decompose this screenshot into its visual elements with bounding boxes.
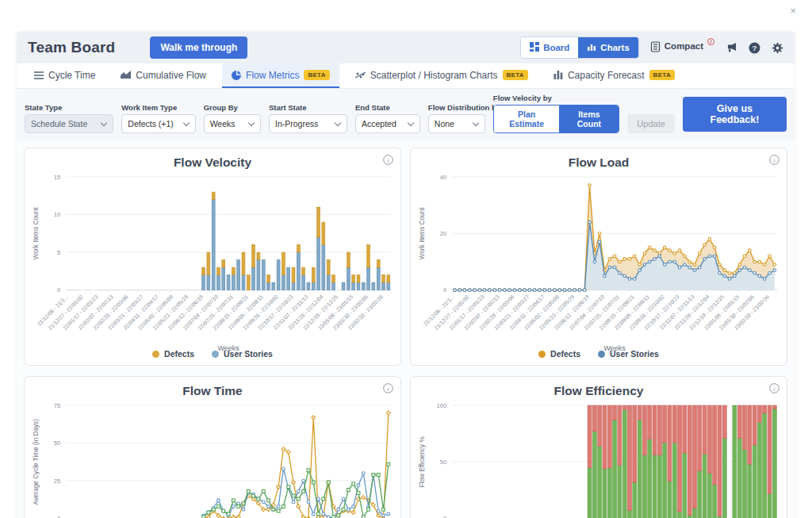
beta-badge: BETA	[649, 70, 675, 80]
legend-flow-load: Defects User Stories	[416, 349, 782, 362]
info-icon[interactable]: i	[383, 382, 393, 397]
charts-toggle-button[interactable]: Charts	[578, 37, 638, 58]
svg-text:Work Items Count: Work Items Count	[33, 207, 40, 259]
svg-text:Work Items Count: Work Items Count	[419, 207, 426, 259]
start-state-select[interactable]: In-Progress	[269, 114, 347, 133]
flow-efficiency-card: Flow Efficiency i 05010021/12/06 - 21/1.…	[410, 376, 787, 518]
chevron-down-icon	[248, 119, 255, 125]
group-by-select[interactable]: Weeks	[204, 114, 261, 133]
chevron-down-icon	[101, 119, 107, 125]
compact-info-icon: i	[707, 38, 714, 45]
flow-velocity-card: Flow Velocity i 05101521/12/06 - 21/1...…	[24, 148, 401, 366]
team-board-panel: Team Board Walk me through Board Charts	[17, 32, 795, 518]
tab-label: Capacity Forecast	[568, 70, 645, 81]
flow-time-card: Flow Time i 025507521/12/06 - 21/1...21/…	[24, 376, 401, 518]
state-type-label: State Type	[25, 103, 113, 112]
end-state-select[interactable]: Accepted	[355, 114, 420, 133]
walk-me-through-button[interactable]: Walk me through	[150, 36, 247, 59]
svg-text:0: 0	[57, 286, 60, 294]
work-item-type-value: Defects (+1)	[128, 119, 173, 129]
group-by-label: Group By	[204, 103, 261, 112]
tab-capacity-forecast[interactable]: Capacity Forecast BETA	[544, 63, 684, 88]
defects-legend-dot	[538, 351, 546, 358]
chart-title-flow-efficiency: Flow Efficiency	[416, 382, 782, 399]
board-toggle-label: Board	[543, 43, 569, 52]
help-icon[interactable]: ?	[749, 42, 760, 54]
flow-distribution-value: None	[435, 119, 454, 129]
legend-flow-velocity: Defects User Stories	[29, 349, 396, 362]
beta-badge: BETA	[503, 70, 528, 80]
header: Team Board Walk me through Board Charts	[17, 32, 795, 63]
tab-cycle-time[interactable]: Cycle Time	[25, 63, 105, 88]
tab-cumulative-flow[interactable]: Cumulative Flow	[111, 63, 216, 88]
svg-text:i: i	[773, 157, 775, 164]
tab-scatterplot-histogram[interactable]: Scatterplot / Histogram Charts BETA	[346, 63, 538, 88]
start-state-value: In-Progress	[275, 119, 318, 129]
pie-chart-icon	[232, 71, 241, 80]
scatterplot-icon	[355, 71, 366, 79]
chevron-down-icon	[182, 119, 189, 125]
defects-legend-dot	[152, 351, 159, 358]
defects-legend-label: Defects	[164, 349, 194, 359]
charts-toggle-label: Charts	[600, 43, 629, 52]
flow-efficiency-chart[interactable]: 05010021/12/06 - 21/1...21/12/27 - 22/01…	[416, 399, 782, 518]
gear-icon[interactable]	[772, 42, 783, 54]
tab-label: Flow Metrics	[246, 70, 299, 81]
filter-bar: State Type Schedule State Work Item Type…	[17, 89, 795, 140]
plan-estimate-button[interactable]: Plan Estimate	[494, 106, 560, 132]
svg-text:15: 15	[54, 174, 60, 181]
flow-distribution-label: Flow Distribution by	[428, 103, 485, 112]
tab-label: Cycle Time	[48, 70, 95, 81]
info-icon[interactable]: i	[383, 154, 393, 168]
info-icon[interactable]: i	[769, 154, 779, 168]
work-item-type-label: Work Item Type	[121, 103, 195, 112]
tab-label: Cumulative Flow	[136, 70, 206, 81]
flow-load-chart[interactable]: 0204021/12/06 - 21/1...21/12/27 - 22/01/…	[416, 171, 782, 355]
chart-title-flow-velocity: Flow Velocity	[29, 153, 396, 171]
svg-text:25: 25	[54, 478, 60, 485]
compact-label: Compact	[665, 41, 703, 51]
chart-title-flow-time: Flow Time	[29, 382, 396, 399]
flow-time-chart[interactable]: 025507521/12/06 - 21/1...21/12/27 - 22/0…	[29, 399, 396, 518]
svg-text:5: 5	[57, 249, 60, 256]
board-charts-toggle: Board Charts	[520, 36, 639, 59]
close-icon[interactable]: ×	[790, 5, 796, 17]
defects-legend-label: Defects	[550, 349, 580, 359]
items-count-button[interactable]: Items Count	[559, 106, 619, 132]
beta-badge: BETA	[304, 70, 329, 80]
work-item-type-select[interactable]: Defects (+1)	[121, 114, 195, 133]
update-button[interactable]: Update	[627, 114, 674, 133]
bar-chart-icon	[553, 71, 563, 79]
tab-label: Scatterplot / Histogram Charts	[370, 70, 498, 81]
chart-title-flow-load: Flow Load	[416, 153, 782, 171]
flow-distribution-select[interactable]: None	[428, 114, 485, 133]
tab-flow-metrics[interactable]: Flow Metrics BETA	[222, 63, 339, 88]
charts-bar-icon	[587, 42, 596, 53]
area-chart-icon	[121, 71, 131, 79]
flow-velocity-by-label: Flow Velocity by	[493, 94, 620, 102]
user-stories-legend-dot	[598, 351, 605, 358]
svg-text:0: 0	[443, 286, 446, 294]
velocity-unit-toggle: Plan Estimate Items Count	[493, 105, 620, 133]
svg-text:i: i	[387, 386, 389, 393]
svg-text:Average Cycle Time (in Days): Average Cycle Time (in Days)	[33, 419, 40, 505]
svg-text:50: 50	[440, 459, 446, 466]
svg-text:?: ?	[753, 43, 757, 52]
megaphone-icon[interactable]	[726, 42, 737, 53]
svg-text:0: 0	[57, 515, 60, 518]
tab-bar: Cycle Time Cumulative Flow Flow Metrics …	[17, 63, 795, 89]
feedback-button[interactable]: Give us Feedback!	[683, 97, 787, 132]
user-stories-legend-dot	[212, 351, 219, 358]
chevron-down-icon	[408, 119, 414, 125]
board-toggle-button[interactable]: Board	[521, 37, 578, 58]
end-state-value: Accepted	[362, 119, 396, 129]
svg-text:10: 10	[54, 211, 60, 218]
state-type-select[interactable]: Schedule State	[25, 114, 113, 133]
flow-velocity-chart[interactable]: 05101521/12/06 - 21/1...21/12/27 - 22/01…	[29, 171, 396, 355]
info-icon[interactable]: i	[769, 382, 779, 397]
svg-text:20: 20	[440, 230, 446, 237]
compact-toggle[interactable]: Compact i	[650, 41, 714, 54]
end-state-label: End State	[355, 103, 420, 112]
flow-load-card: Flow Load i 0204021/12/06 - 21/1...21/12…	[410, 148, 787, 366]
svg-text:50: 50	[54, 439, 60, 447]
